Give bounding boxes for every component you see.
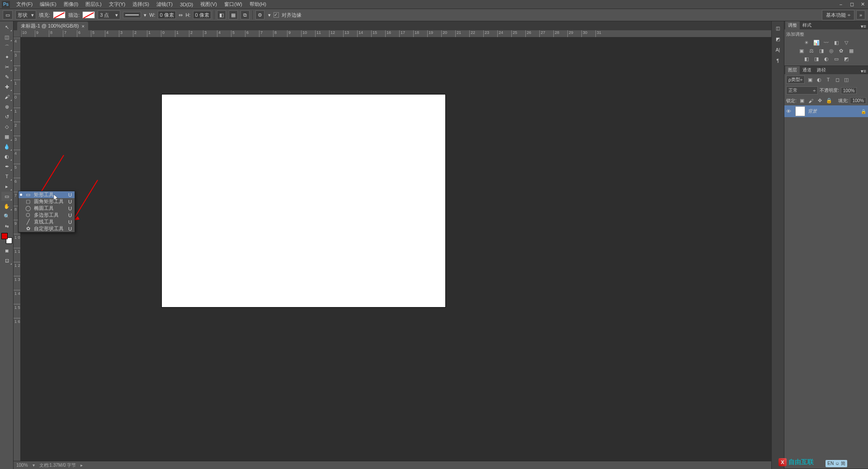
pen-tool[interactable]: ✒	[1, 162, 12, 171]
balance-icon[interactable]: ⚖	[808, 47, 815, 54]
path-operations-button[interactable]: ◧	[217, 10, 226, 19]
filter-type-icon[interactable]: T	[825, 76, 832, 83]
width-field[interactable]: 0 像素	[158, 11, 176, 19]
eraser-tool[interactable]: ◇	[1, 122, 12, 131]
path-select-tool[interactable]: ▸	[1, 182, 12, 191]
layer-filter-type[interactable]: ρ 类型 ÷	[786, 76, 805, 84]
height-field[interactable]: 0 像素	[193, 11, 211, 19]
blend-mode-dropdown[interactable]: 正常÷	[786, 86, 818, 95]
panel-menu-icon[interactable]: ▾≡	[859, 24, 868, 29]
lock-all-icon[interactable]: 🔒	[826, 98, 833, 104]
stroke-width-dropdown[interactable]: 3 点▾	[98, 10, 120, 19]
tab-adjustments[interactable]: 调整	[785, 21, 800, 29]
menu-edit[interactable]: 编辑(E)	[36, 0, 60, 9]
close-button[interactable]: ✕	[857, 1, 868, 8]
collapsed-panel-icon[interactable]: ¶	[773, 56, 783, 66]
bw-icon[interactable]: ◨	[818, 47, 825, 54]
layer-visibility-icon[interactable]: 👁	[786, 109, 793, 114]
menu-type[interactable]: 文字(Y)	[105, 0, 129, 9]
zoom-level[interactable]: 100%	[16, 463, 28, 468]
align-button[interactable]: ▦	[229, 10, 238, 19]
stroke-swatch[interactable]	[82, 11, 95, 19]
link-wh-icon[interactable]: ⇔	[179, 12, 183, 18]
menu-file[interactable]: 文件(F)	[13, 0, 36, 9]
panel-collapse-button[interactable]: »	[856, 10, 865, 19]
curves-icon[interactable]: 〰	[823, 39, 830, 46]
canvas-viewport[interactable]	[21, 38, 771, 461]
filter-adjust-icon[interactable]: ◐	[816, 76, 823, 83]
type-tool[interactable]: T	[1, 172, 12, 181]
align-edges-checkbox[interactable]	[274, 12, 279, 18]
lock-pixels-icon[interactable]: 🖌	[807, 98, 815, 104]
layer-row-background[interactable]: 👁 背景 🔒	[784, 105, 868, 117]
canvas[interactable]	[162, 95, 445, 307]
invert-icon[interactable]: ◧	[803, 56, 810, 62]
tab-layers[interactable]: 图层	[785, 66, 800, 74]
fill-opacity-field[interactable]: 100%	[850, 97, 866, 104]
lock-transparent-icon[interactable]: ▣	[798, 98, 806, 104]
hue-icon[interactable]: ▣	[798, 47, 805, 54]
history-brush-tool[interactable]: ↺	[1, 112, 12, 121]
close-tab-icon[interactable]: ×	[82, 24, 85, 29]
layer-thumbnail[interactable]	[795, 106, 805, 116]
flyout-item-0[interactable]: ▭矩形工具U	[19, 191, 75, 198]
status-arrow-icon[interactable]: ▸	[80, 463, 83, 468]
document-tab[interactable]: 未标题-1 @ 100%(RGB/8) ×	[17, 22, 88, 30]
panel-menu-icon[interactable]: ▾≡	[859, 68, 868, 74]
fill-swatch[interactable]	[53, 11, 66, 19]
workspace-dropdown[interactable]: 基本功能÷	[822, 10, 854, 20]
swap-colors-icon[interactable]: ⇆	[1, 222, 12, 231]
flyout-item-2[interactable]: ◯椭圆工具U	[19, 205, 75, 212]
stamp-tool[interactable]: ⊕	[1, 102, 12, 111]
brightness-icon[interactable]: ☀	[803, 39, 810, 46]
move-tool[interactable]: ↖	[1, 23, 12, 32]
collapsed-panel-icon[interactable]: ◫	[773, 23, 783, 33]
menu-filter[interactable]: 滤镜(T)	[153, 0, 176, 9]
layer-name[interactable]: 背景	[808, 108, 817, 114]
gradient-tool[interactable]: ▦	[1, 132, 12, 141]
minimize-button[interactable]: −	[835, 1, 846, 8]
flyout-item-4[interactable]: ╱直线工具U	[19, 218, 75, 225]
collapsed-char-panel-icon[interactable]: A|	[773, 45, 783, 55]
filter-smart-icon[interactable]: ◫	[843, 76, 850, 83]
exposure-icon[interactable]: ◧	[833, 39, 840, 46]
menu-window[interactable]: 窗口(W)	[221, 0, 246, 9]
vibrance-icon[interactable]: ▽	[843, 39, 850, 46]
menu-select[interactable]: 选择(S)	[129, 0, 153, 9]
threshold-icon[interactable]: ◐	[823, 56, 830, 62]
flyout-item-1[interactable]: ▢圆角矩形工具U	[19, 198, 75, 205]
menu-3d[interactable]: 3D(D)	[176, 0, 197, 9]
menu-view[interactable]: 视图(V)	[197, 0, 221, 9]
quickmask-button[interactable]: ◙	[1, 246, 12, 255]
horizontal-ruler[interactable]: 1098765432101234567891011121314151617181…	[21, 30, 771, 38]
flyout-item-3[interactable]: ⬡多边形工具U	[19, 212, 75, 218]
shape-mode-dropdown[interactable]: 形状▾	[15, 10, 36, 19]
tab-paths[interactable]: 路径	[814, 66, 829, 74]
crop-tool[interactable]: ✂	[1, 62, 12, 71]
menu-help[interactable]: 帮助(H)	[246, 0, 270, 9]
opacity-field[interactable]: 100%	[841, 87, 857, 94]
lock-position-icon[interactable]: ✥	[816, 98, 824, 104]
tab-channels[interactable]: 通道	[800, 66, 814, 74]
healing-tool[interactable]: ✚	[1, 82, 12, 91]
wand-tool[interactable]: ✦	[1, 52, 12, 62]
shape-settings-button[interactable]: ⚙	[255, 10, 264, 19]
zoom-dropdown-icon[interactable]: ▾	[33, 463, 35, 468]
maximize-button[interactable]: ◻	[846, 1, 857, 8]
tool-preset-icon[interactable]: ▭	[3, 10, 13, 19]
screenmode-button[interactable]: ⊡	[1, 256, 12, 265]
menu-image[interactable]: 图像(I)	[60, 0, 82, 9]
gradient-map-icon[interactable]: ▭	[833, 56, 840, 62]
posterize-icon[interactable]: ◨	[813, 56, 820, 62]
foreground-color[interactable]	[1, 233, 8, 239]
filter-shape-icon[interactable]: ◻	[834, 76, 841, 83]
arrange-button[interactable]: ⧉	[241, 10, 250, 19]
vertical-ruler[interactable]: 432101234567891 01 11 21 31 41 51 6	[14, 38, 21, 469]
filter-pixel-icon[interactable]: ▣	[807, 76, 814, 83]
flyout-item-5[interactable]: ✿自定形状工具U	[19, 225, 75, 232]
tab-styles[interactable]: 样式	[800, 21, 814, 29]
shape-tool[interactable]: ▭	[1, 192, 12, 201]
dodge-tool[interactable]: ◐	[1, 152, 12, 161]
menu-layer[interactable]: 图层(L)	[82, 0, 105, 9]
color-wells[interactable]	[1, 233, 12, 244]
